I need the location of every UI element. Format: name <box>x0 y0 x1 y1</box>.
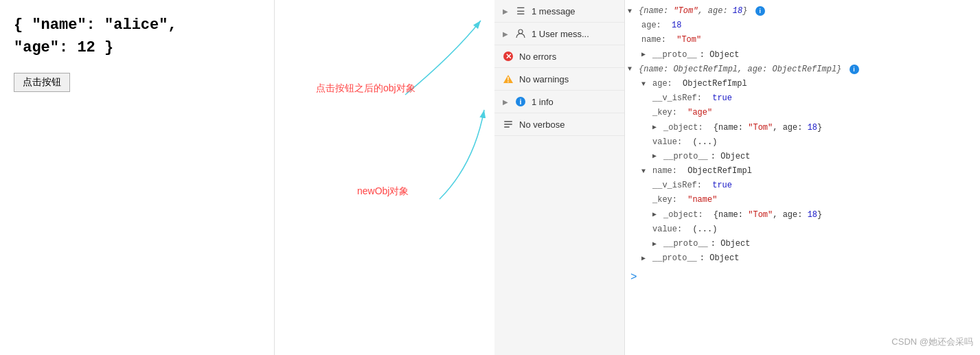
console-item-verbose-label: No verbose <box>519 119 565 130</box>
obj2-age-visref: __v_isRef: true <box>625 91 980 106</box>
console-item-label: 1 message <box>532 6 576 16</box>
user-icon <box>515 28 526 39</box>
annotation-2: newObj对象 <box>357 185 409 198</box>
obj2-name-value: value: (...) <box>625 222 980 237</box>
arrow-icon: ▶ <box>503 8 508 15</box>
devtools-output: {name: "Tom", age: 18} i age: 18 name: "… <box>625 0 980 355</box>
console-item-user[interactable]: ▶ 1 User mess... <box>494 23 624 45</box>
annotation-layer: 点击按钮之后的obj对象 newObj对象 <box>275 0 494 355</box>
console-item-messages[interactable]: ▶ ☰ 1 message <box>494 0 624 23</box>
console-item-warnings[interactable]: ! No warnings <box>494 68 624 91</box>
obj2-age-key: _key: "age" <box>625 106 980 120</box>
console-item-warnings-label: No warnings <box>519 74 569 84</box>
annotation-1: 点击按钮之后的obj对象 <box>316 82 415 95</box>
console-item-errors-label: No errors <box>519 51 556 62</box>
console-item-user-label: 1 User mess... <box>532 29 589 39</box>
console-item-info[interactable]: ▶ i 1 info <box>494 91 624 113</box>
svg-rect-10 <box>504 124 512 125</box>
arrow-icon: ▶ <box>503 98 508 106</box>
obj2-age-object[interactable]: _object: {name: "Tom", age: 18} <box>625 121 980 135</box>
svg-text:i: i <box>519 98 521 106</box>
obj2-age-value: value: (...) <box>625 135 980 150</box>
obj1-proto-expand[interactable] <box>641 49 650 60</box>
svg-text:!: ! <box>507 76 509 84</box>
arrows-svg <box>275 0 494 355</box>
warning-icon: ! <box>503 73 514 84</box>
json-line2: "age": 12 } <box>14 36 260 59</box>
arrow-icon: ▶ <box>503 30 508 38</box>
json-line1: { "name": "alice", <box>14 14 260 36</box>
console-item-errors[interactable]: ✕ No errors <box>494 45 624 68</box>
watermark: CSDN @她还会采吗 <box>891 336 973 348</box>
info-badge-2: i <box>850 65 859 74</box>
json-display: { "name": "alice", "age": 12 } <box>14 14 260 59</box>
obj2-outer-proto[interactable]: __proto__: Object <box>625 251 980 266</box>
obj1-header-line: {name: "Tom", age: 18} i <box>625 4 980 19</box>
info-badge-1: i <box>755 6 765 16</box>
console-prompt[interactable]: > <box>625 266 980 289</box>
obj2-name-expand[interactable] <box>641 166 650 177</box>
verbose-icon <box>503 119 514 130</box>
obj2-age-expand[interactable] <box>641 79 650 90</box>
obj1-age-line: age: 18 <box>625 19 980 33</box>
obj2-name-header[interactable]: name: ObjectRefImpl <box>625 164 980 179</box>
obj2-expand[interactable] <box>628 64 636 75</box>
obj2-age-header[interactable]: age: ObjectRefImpl <box>625 77 980 91</box>
obj1-expand[interactable] <box>628 6 636 17</box>
obj1-name-line: name: "Tom" <box>625 33 980 47</box>
error-icon: ✕ <box>503 51 514 62</box>
svg-rect-11 <box>504 126 510 128</box>
obj2-outer-proto-expand[interactable] <box>641 253 650 264</box>
preview-panel: { "name": "alice", "age": 12 } 点击按钮 <box>0 0 275 355</box>
obj2-name-key: _key: "name" <box>625 193 980 207</box>
console-item-verbose[interactable]: No verbose <box>494 113 624 136</box>
obj2-name-proto[interactable]: __proto__: Object <box>625 237 980 251</box>
click-button[interactable]: 点击按钮 <box>14 73 70 92</box>
obj2-name-object-expand[interactable] <box>652 209 661 220</box>
obj1-header: {name: "Tom", age: 18} i <box>639 5 765 18</box>
obj2-name-proto-expand[interactable] <box>652 239 661 250</box>
console-item-info-label: 1 info <box>532 97 554 107</box>
info-icon: i <box>515 96 526 107</box>
list-icon: ☰ <box>515 5 526 16</box>
svg-rect-9 <box>504 121 512 122</box>
obj1-proto-line[interactable]: __proto__: Object <box>625 48 980 62</box>
obj2-name-visref: __v_isRef: true <box>625 179 980 193</box>
obj2-name-object[interactable]: _object: {name: "Tom", age: 18} <box>625 208 980 222</box>
obj2-header-line: {name: ObjectRefImpl, age: ObjectRefImpl… <box>625 62 980 77</box>
console-panel: ▶ ☰ 1 message ▶ 1 User mess... ✕ No erro… <box>494 0 625 355</box>
svg-text:✕: ✕ <box>505 52 512 60</box>
obj2-age-proto-expand[interactable] <box>652 151 661 162</box>
obj2-age-proto[interactable]: __proto__: Object <box>625 150 980 164</box>
obj2-header: {name: ObjectRefImpl, age: ObjectRefImpl… <box>639 63 859 76</box>
obj2-age-object-expand[interactable] <box>652 122 661 133</box>
prompt-symbol: > <box>630 271 637 284</box>
svg-point-2 <box>519 30 523 34</box>
